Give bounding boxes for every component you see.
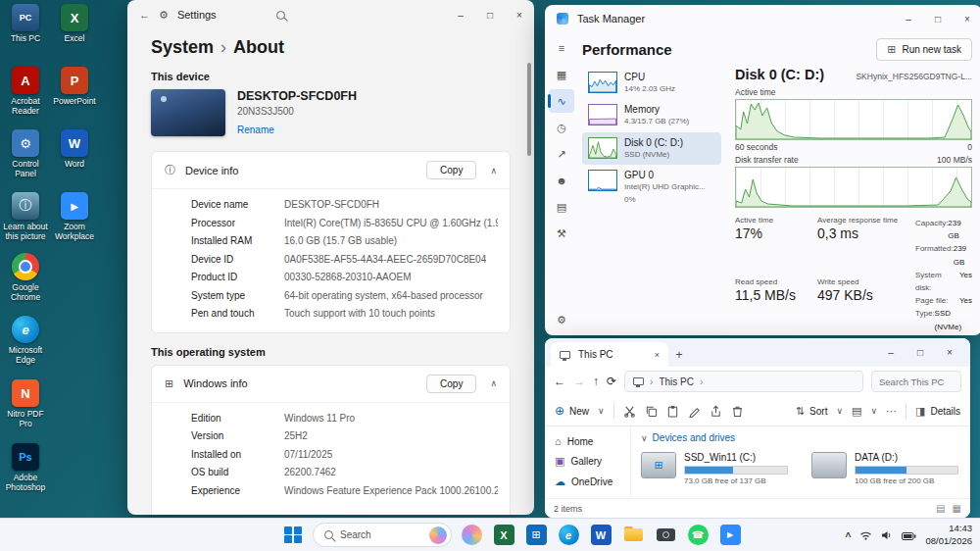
view-icon: ▤ bbox=[852, 405, 861, 418]
forward-icon[interactable]: → bbox=[573, 375, 585, 388]
refresh-icon[interactable]: ⟳ bbox=[607, 375, 616, 388]
run-new-task-button[interactable]: ⊞ Run new task bbox=[876, 38, 972, 61]
search-input[interactable] bbox=[871, 371, 961, 392]
services-icon[interactable]: ⚒ bbox=[549, 222, 574, 245]
taskbar-icon-whatsapp[interactable]: ☎ bbox=[685, 523, 710, 548]
back-icon[interactable]: ← bbox=[554, 375, 565, 388]
delete-icon[interactable] bbox=[731, 405, 744, 418]
up-icon[interactable]: ↑ bbox=[593, 375, 599, 388]
minimize-button[interactable]: – bbox=[894, 5, 923, 32]
metric-sub: SSD (NVMe) bbox=[624, 150, 683, 160]
desktop-icon-acrobat[interactable]: A Acrobat Reader bbox=[2, 67, 49, 117]
maximize-button[interactable]: □ bbox=[923, 5, 953, 32]
maximize-button[interactable]: □ bbox=[475, 0, 505, 29]
close-button[interactable]: × bbox=[953, 5, 980, 32]
hidden-icons-chevron[interactable]: ^ bbox=[846, 531, 852, 542]
volume-icon[interactable] bbox=[881, 526, 893, 544]
chevron-up-icon[interactable]: ∧ bbox=[490, 378, 497, 388]
os-section-heading: This operating system bbox=[151, 346, 511, 358]
address-bar[interactable]: › This PC › bbox=[624, 371, 863, 392]
services-agreement-link[interactable]: Microsoft Services Agreement bbox=[191, 511, 498, 515]
new-tab-button[interactable]: + bbox=[668, 342, 690, 367]
desktop-icon-excel[interactable]: X Excel bbox=[51, 4, 98, 44]
network-icon[interactable] bbox=[859, 526, 872, 544]
desktop-icon-zoom[interactable]: ▶ Zoom Workplace bbox=[51, 192, 98, 242]
metric-memory[interactable]: Memory4.3/15.7 GB (27%) bbox=[582, 99, 721, 131]
group-header-devices-and-drives[interactable]: ∨ Devices and drives bbox=[641, 432, 960, 443]
minimize-button[interactable]: – bbox=[876, 338, 906, 367]
taskbar-icon-zoom[interactable]: ▶ bbox=[717, 523, 743, 548]
sidebar-item-home[interactable]: ⌂ Home bbox=[545, 431, 630, 451]
taskbar-icon-edge[interactable]: e bbox=[556, 523, 581, 548]
rename-icon[interactable] bbox=[688, 405, 701, 418]
performance-icon[interactable]: ∿ bbox=[549, 89, 574, 113]
taskbar-icon-store[interactable]: ⊞ bbox=[523, 523, 549, 548]
battery-icon[interactable] bbox=[902, 526, 916, 544]
desktop-icon-learn-about-picture[interactable]: ⓘ Learn about this picture bbox=[2, 192, 49, 242]
camera-icon bbox=[656, 525, 676, 545]
desktop-icon-this-pc[interactable]: PC This PC bbox=[2, 4, 49, 44]
copy-icon[interactable] bbox=[645, 405, 658, 418]
windows-info-header[interactable]: ⊞ Windows info Copy ∧ bbox=[152, 366, 510, 403]
view-button[interactable]: ▤ ∨ bbox=[852, 405, 877, 418]
startup-apps-icon[interactable]: ↗ bbox=[549, 142, 574, 166]
taskbar-icon-camera[interactable] bbox=[653, 523, 678, 548]
scrollbar[interactable] bbox=[527, 37, 531, 507]
copy-windows-info-button[interactable]: Copy bbox=[426, 375, 476, 393]
maximize-button[interactable]: □ bbox=[906, 338, 935, 367]
back-icon[interactable]: ← bbox=[139, 9, 150, 21]
minimize-button[interactable]: – bbox=[446, 0, 475, 29]
settings-gear-icon[interactable]: ⚙ bbox=[549, 308, 574, 331]
taskbar-clock[interactable]: 14:43 08/01/2026 bbox=[925, 523, 972, 547]
app-history-icon[interactable]: ◷ bbox=[549, 116, 574, 139]
breadcrumb-system[interactable]: System bbox=[151, 37, 214, 58]
details-pane-button[interactable]: ◨ Details bbox=[915, 405, 960, 418]
tab-this-pc[interactable]: This PC × bbox=[551, 342, 668, 367]
thumbnail-view-icon[interactable]: ▦ bbox=[953, 503, 961, 514]
scrollbar-thumb[interactable] bbox=[527, 63, 531, 156]
drive-usage-bar bbox=[684, 466, 788, 475]
taskbar-icon-file-explorer[interactable] bbox=[620, 523, 646, 548]
sidebar-item-gallery[interactable]: ▣ Gallery bbox=[545, 451, 630, 472]
desktop-icon-edge[interactable]: e Microsoft Edge bbox=[2, 316, 49, 366]
metric-cpu[interactable]: CPU14% 2.03 GHz bbox=[582, 67, 721, 99]
taskbar-icon-word[interactable]: W bbox=[588, 523, 613, 548]
desktop-icon-photoshop[interactable]: Ps Adobe Photoshop bbox=[2, 443, 49, 493]
new-button[interactable]: ⊕ New ∨ bbox=[555, 404, 605, 418]
sidebar-item-onedrive[interactable]: ☁ OneDrive bbox=[545, 472, 630, 492]
drive-d[interactable]: ⊞ DATA (D:) 100 GB free of 200 GB bbox=[811, 452, 960, 485]
copy-device-info-button[interactable]: Copy bbox=[426, 161, 476, 179]
address-location[interactable]: This PC bbox=[659, 376, 694, 387]
search-icon[interactable] bbox=[276, 11, 285, 20]
metric-disk0[interactable]: Disk 0 (C: D:)SSD (NVMe) bbox=[582, 132, 721, 165]
taskbar-icon-copilot[interactable] bbox=[459, 523, 484, 548]
desktop-icon-powerpoint[interactable]: P PowerPoint bbox=[51, 67, 98, 107]
cut-icon[interactable] bbox=[623, 405, 636, 418]
device-model: 20N3S3J500 bbox=[237, 106, 357, 117]
desktop-icon-word[interactable]: W Word bbox=[51, 129, 98, 170]
desktop-icon-nitro-pdf[interactable]: N Nitro PDF Pro bbox=[2, 379, 49, 429]
desktop-icon-chrome[interactable]: Google Chrome bbox=[2, 253, 49, 303]
close-button[interactable]: × bbox=[505, 0, 534, 29]
tab-close-icon[interactable]: × bbox=[655, 350, 660, 360]
metric-gpu0[interactable]: GPU 0Intel(R) UHD Graphic...0% bbox=[582, 165, 721, 210]
processes-icon[interactable]: ▦ bbox=[549, 63, 574, 86]
drive-c[interactable]: ⊞ SSD_Win11 (C:) 73.0 GB free of 137 GB bbox=[641, 452, 790, 485]
taskbar-search[interactable]: Search bbox=[313, 523, 452, 547]
list-view-icon[interactable]: ▤ bbox=[936, 503, 945, 514]
start-button[interactable] bbox=[280, 523, 306, 548]
menu-icon[interactable]: ≡ bbox=[549, 36, 574, 60]
device-info-header[interactable]: ⓘ Device info Copy ∧ bbox=[152, 152, 510, 189]
users-icon[interactable]: ☻ bbox=[549, 169, 574, 192]
close-button[interactable]: × bbox=[935, 338, 964, 367]
desktop-icon-control-panel[interactable]: ⚙ Control Panel bbox=[2, 129, 49, 179]
more-options-button[interactable]: ⋯ bbox=[886, 405, 897, 418]
details-icon[interactable]: ▤ bbox=[549, 195, 574, 219]
rename-link[interactable]: Rename bbox=[237, 125, 274, 135]
share-icon[interactable] bbox=[710, 405, 722, 418]
taskbar-icon-excel[interactable]: X bbox=[491, 523, 516, 548]
sort-button[interactable]: ⇅ Sort ∨ bbox=[796, 405, 843, 418]
chevron-up-icon[interactable]: ∧ bbox=[490, 166, 497, 175]
breadcrumb-separator-icon: › bbox=[220, 37, 226, 58]
paste-icon[interactable] bbox=[666, 405, 679, 418]
